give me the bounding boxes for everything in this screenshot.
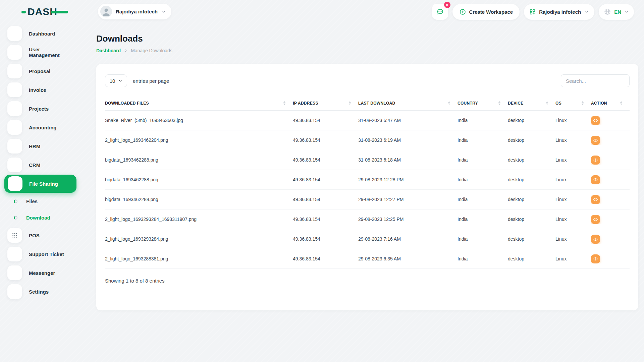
messages-button[interactable]: 0 <box>432 4 448 20</box>
sidebar-item-hrm[interactable]: HRM <box>0 137 83 156</box>
cell-country: India <box>458 177 508 182</box>
cell-device: desktop <box>508 137 555 143</box>
view-download-button[interactable] <box>591 116 600 125</box>
cell-country: India <box>458 157 508 163</box>
chevron-right-icon <box>70 51 74 54</box>
sidebar-item-invoice[interactable]: Invoice <box>0 80 83 99</box>
file-icon <box>8 176 22 191</box>
sidebar-item-settings[interactable]: Settings <box>0 282 83 301</box>
column-header-country[interactable]: Country <box>458 101 508 106</box>
sidebar-item-label: POS <box>29 233 70 238</box>
view-download-button[interactable] <box>591 195 600 204</box>
sidebar-item-label: Settings <box>29 289 70 295</box>
sort-arrows-icon <box>448 101 450 105</box>
sidebar-item-projects[interactable]: Projects <box>0 99 83 118</box>
cell-device: desktop <box>508 157 555 163</box>
cell-last_download: 29-08-2023 7:16 AM <box>358 236 458 242</box>
app-logo[interactable]: DASH <box>21 7 68 17</box>
cell-last_download: 29-08-2023 12:25 PM <box>358 217 458 222</box>
view-download-button[interactable] <box>591 235 600 244</box>
chevron-down-icon <box>161 9 166 14</box>
view-download-button[interactable] <box>591 215 600 224</box>
cell-ip: 49.36.83.154 <box>293 236 358 242</box>
cell-file: Snake_River_(5mb)_1693463603.jpg <box>105 118 293 123</box>
cell-file: 2_light_logo_1693293284.png <box>105 236 293 242</box>
search-input[interactable] <box>561 74 630 87</box>
chevron-down-icon <box>624 9 629 14</box>
cell-os: Linux <box>555 236 591 242</box>
column-header-device[interactable]: Device <box>508 101 555 106</box>
table-controls: 10 entries per page <box>105 74 630 87</box>
headset-icon <box>7 247 22 261</box>
cell-action <box>591 195 630 204</box>
entries-per-page-label: entries per page <box>133 78 169 84</box>
chat-icon <box>7 265 22 280</box>
chevron-right-icon <box>70 107 74 111</box>
cell-os: Linux <box>555 217 591 222</box>
create-workspace-label: Create Workspace <box>469 9 513 15</box>
eye-icon <box>593 217 598 222</box>
view-download-button[interactable] <box>591 136 600 145</box>
breadcrumb: Dashboard Manage Downloads <box>96 48 638 53</box>
sidebar-item-label: Messenger <box>29 270 83 276</box>
sidebar-item-dashboard[interactable]: Dashboard <box>0 24 83 43</box>
chevron-down-icon <box>67 182 70 186</box>
users-icon <box>7 45 22 60</box>
cell-last_download: 29-08-2023 6:35 AM <box>358 256 458 261</box>
sidebar-item-user-management[interactable]: User Management <box>0 43 83 62</box>
sidebar-item-label: Support Ticket <box>29 251 70 257</box>
sidebar-item-support-ticket[interactable]: Support Ticket <box>0 245 83 263</box>
chevron-right-icon <box>70 290 74 294</box>
language-selector[interactable]: EN <box>599 4 634 20</box>
entries-per-page-select[interactable]: 10 <box>105 74 127 87</box>
column-header-ip-address[interactable]: IP Address <box>293 101 358 106</box>
view-download-button[interactable] <box>591 175 600 184</box>
sidebar-item-label: Proposal <box>29 68 83 74</box>
create-workspace-button[interactable]: Create Workspace <box>452 4 520 20</box>
column-header-label: Action <box>591 101 607 106</box>
view-download-button[interactable] <box>591 156 600 165</box>
chevron-right-icon <box>124 49 127 52</box>
cell-device: desktop <box>508 217 555 222</box>
column-header-last-download[interactable]: Last Download <box>358 101 458 106</box>
bullet-icon <box>14 199 17 203</box>
cell-file: bigdata_1693462288.png <box>105 197 293 202</box>
sidebar-subitem-files[interactable]: Files <box>0 193 83 209</box>
cell-os: Linux <box>555 177 591 182</box>
sidebar-subitem-label: Files <box>26 198 38 204</box>
column-header-action[interactable]: Action <box>591 101 630 106</box>
sidebar-item-file-sharing[interactable]: File Sharing <box>0 174 83 193</box>
sidebar-subitem-download[interactable]: Download <box>0 209 83 226</box>
cell-last_download: 31-08-2023 6:47 AM <box>358 118 458 123</box>
sort-arrows-icon <box>283 101 285 105</box>
view-download-button[interactable] <box>591 254 600 263</box>
sidebar-item-crm[interactable]: CRM <box>0 156 83 174</box>
column-header-label: Device <box>508 101 523 106</box>
sidebar-item-proposal[interactable]: Proposal <box>0 62 83 80</box>
company-menu[interactable]: Rajodiya infotech <box>524 4 594 20</box>
cell-ip: 49.36.83.154 <box>293 197 358 202</box>
table-row: 2_light_logo_1693293284.png49.36.83.1542… <box>105 229 630 249</box>
column-header-os[interactable]: OS <box>555 101 591 106</box>
sidebar-item-accounting[interactable]: Accounting <box>0 118 83 137</box>
sidebar-item-label: HRM <box>29 143 70 149</box>
eye-icon <box>593 197 598 202</box>
table-row: 2_light_logo_1693462204.png49.36.83.1543… <box>105 130 630 150</box>
workspace-switcher[interactable]: Rajodiya infotech <box>98 4 171 19</box>
column-header-label: OS <box>555 101 561 106</box>
cell-ip: 49.36.83.154 <box>293 137 358 143</box>
cell-last_download: 31-08-2023 6:18 AM <box>358 157 458 163</box>
cell-action <box>591 116 630 125</box>
square-check-icon <box>7 101 22 116</box>
sidebar-item-label: File Sharing <box>29 181 67 187</box>
sidebar-item-messenger[interactable]: Messenger <box>0 263 83 282</box>
main-content: Downloads Dashboard Manage Downloads 10 … <box>96 23 638 310</box>
cell-country: India <box>458 137 508 143</box>
breadcrumb-dashboard-link[interactable]: Dashboard <box>96 48 121 53</box>
sidebar-subitem-label: Download <box>26 215 50 221</box>
plus-circle-icon <box>459 8 466 15</box>
column-header-downloaded-files[interactable]: Downloaded Files <box>105 101 293 106</box>
chevron-down-icon <box>118 79 122 83</box>
chevron-right-icon <box>70 234 74 237</box>
sidebar-item-pos[interactable]: POS <box>0 226 83 245</box>
